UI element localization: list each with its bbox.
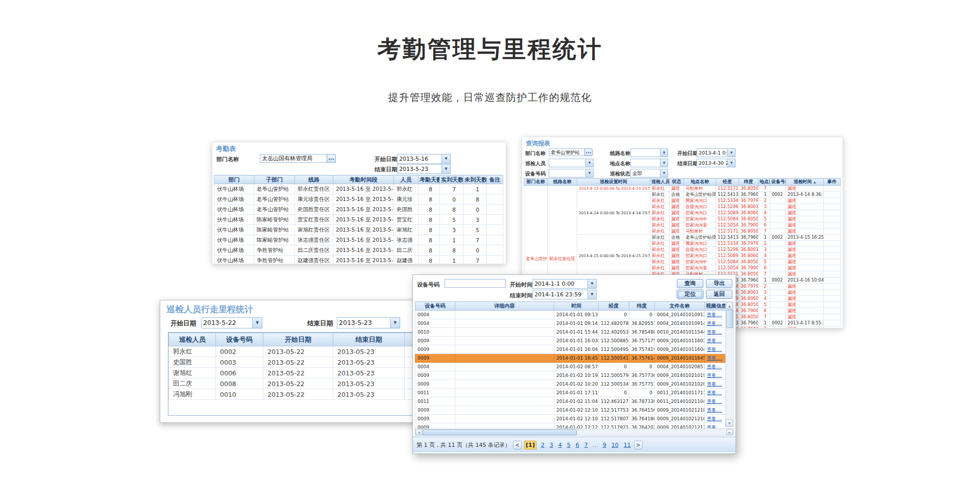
view-link[interactable]: 查看.... — [707, 356, 722, 361]
mileage-row[interactable]: 史国胜00032013-05-222013-05-23 — [169, 357, 434, 368]
attendance-row[interactable]: 伏牛山林场陈家峪管护站张志强责任区2013-5-16 至 2013-5-23张志… — [214, 235, 503, 245]
attendance-column-header[interactable]: 实到天数 — [440, 175, 463, 184]
device-row[interactable]: 00092014-01-01 16:45:12112.500541687036.… — [415, 354, 726, 363]
page-link[interactable]: 4 — [558, 442, 562, 448]
device-row[interactable]: 00092014-01-01 16:04:13112.500495910636.… — [415, 345, 726, 354]
report-column-header[interactable]: 地点名称 — [684, 179, 716, 186]
device-column-header[interactable]: 时间 — [554, 302, 599, 311]
report-end-combo[interactable]: 2013-4-30 23:59 ▼ — [697, 159, 736, 167]
device-row[interactable]: 00092014-01-02 10:19:59112.500579833936.… — [415, 371, 726, 380]
locate-button[interactable]: 定位 — [677, 290, 703, 299]
report-column-header[interactable]: 巡检人员 — [650, 179, 670, 186]
report-column-header[interactable]: 巡检设置时间 — [577, 179, 650, 186]
horizontal-scroll-thumb[interactable] — [423, 429, 577, 436]
vertical-scroll-thumb[interactable] — [726, 310, 733, 328]
attendance-column-header[interactable]: 部门 — [214, 175, 254, 184]
dropdown-arrow-icon[interactable]: ▼ — [727, 149, 735, 157]
dropdown-arrow-icon[interactable]: ▼ — [587, 290, 596, 299]
dropdown-arrow-icon[interactable]: ▼ — [390, 318, 400, 328]
view-link[interactable]: 查看.... — [707, 364, 722, 369]
report-column-header[interactable]: 事件 — [824, 179, 841, 186]
page-link[interactable]: 6 — [575, 442, 580, 448]
mileage-column-header[interactable]: 结束日期 — [333, 333, 405, 346]
mileage-row[interactable]: 田二庆00082013-05-222013-05-23 — [169, 378, 434, 389]
dropdown-arrow-icon[interactable]: ▼ — [660, 169, 668, 177]
device-column-header[interactable]: 经度 — [599, 302, 629, 311]
view-link[interactable]: 查看.... — [707, 390, 722, 395]
device-column-header[interactable]: 视频信息 — [705, 302, 726, 311]
attendance-row[interactable]: 伏牛山林场陈家峪管护站贾宝红责任区2013-5-16 至 2013-5-23贾宝… — [214, 215, 503, 225]
report-route-combo[interactable]: ▼ — [630, 148, 668, 157]
mileage-column-header[interactable]: 设备号码 — [216, 333, 263, 346]
device-column-header[interactable]: 纬度 — [629, 302, 655, 311]
device-row[interactable]: 00092014-01-02 12:10:31112.517753601036.… — [415, 406, 726, 415]
report-column-header[interactable]: 纬度 — [739, 179, 758, 186]
attendance-column-header[interactable]: 未到天数 — [463, 175, 487, 184]
dropdown-arrow-icon[interactable]: ▼ — [727, 159, 735, 167]
page-link[interactable]: 10 — [611, 442, 619, 448]
vertical-scrollbar[interactable]: ▲ ▼ — [725, 301, 733, 427]
dept-name-input[interactable]: 太岳山国有林管理局 — [260, 154, 328, 163]
mileage-start-combo[interactable]: 2013-5-22 ▼ — [201, 317, 262, 328]
page-link[interactable]: 11 — [623, 442, 631, 448]
page-link[interactable]: 2 — [541, 442, 545, 448]
report-column-header[interactable]: 设备号码 — [770, 179, 786, 186]
page-link[interactable]: 3 — [549, 442, 554, 448]
device-row[interactable]: 00042014-01-02 08:57:33000004_2014010208… — [415, 363, 726, 371]
dropdown-arrow-icon[interactable]: ▼ — [660, 159, 668, 167]
page-current[interactable]: [1] — [524, 441, 536, 449]
report-column-header[interactable]: 部门名称 — [524, 179, 548, 186]
report-place-combo[interactable]: ▼ — [630, 159, 668, 167]
scroll-up-icon[interactable]: ▲ — [726, 302, 733, 309]
attendance-column-header[interactable]: 人员 — [394, 175, 419, 184]
back-button[interactable]: 返回 — [706, 290, 732, 299]
dropdown-arrow-icon[interactable]: ▼ — [660, 149, 668, 157]
attendance-row[interactable]: 伏牛山林场老爷山管护站郭永红责任区2013-5-16 至 2013-5-23郭永… — [214, 184, 503, 194]
report-column-header[interactable]: 线路名称 — [548, 179, 577, 186]
dropdown-arrow-icon[interactable]: ▼ — [585, 159, 593, 167]
device-row[interactable]: 00092014-01-02 10:20:31112.500534057636.… — [415, 380, 726, 389]
attendance-column-header[interactable]: 考勤天数 — [419, 175, 440, 184]
dropdown-arrow-icon[interactable]: ▼ — [442, 155, 450, 163]
attendance-row[interactable]: 伏牛山林场老爷山管护站康元珍责任区2013-5-16 至 2013-5-23康元… — [214, 194, 503, 205]
device-row[interactable]: 00112014-01-01 17:11:55000011_2014010117… — [415, 389, 726, 397]
report-row[interactable]: 老爷山管护站郭永红责任区2013-4-13 0:00:00 To 2013-4-… — [524, 186, 841, 192]
mileage-column-header[interactable]: 巡检人员 — [169, 333, 216, 346]
mileage-row[interactable]: 冯旭刚00102013-05-222013-05-23 — [169, 389, 434, 400]
start-date-combo[interactable]: 2013-5-16 ▼ — [397, 154, 451, 164]
device-end-combo[interactable]: 2014-1-16 23:59 ▼ — [532, 290, 597, 299]
mileage-end-combo[interactable]: 2013-5-23 ▼ — [337, 317, 400, 328]
view-link[interactable]: 查看.... — [707, 321, 722, 326]
page-next-button[interactable]: > — [634, 441, 643, 449]
device-start-combo[interactable]: 2014-1-1 0:00 ▼ — [532, 279, 597, 289]
mileage-row[interactable]: 郭永红00022013-05-222013-05-23 — [169, 346, 434, 357]
device-column-header[interactable]: 设备号码 — [415, 302, 455, 311]
scroll-right-icon[interactable]: ► — [726, 429, 733, 435]
report-status-combo[interactable]: 全部 ▼ — [630, 169, 668, 178]
page-link[interactable]: 5 — [567, 442, 571, 448]
device-column-header[interactable]: 详细内容 — [455, 302, 554, 311]
view-link[interactable]: 查看.... — [707, 408, 722, 413]
dropdown-arrow-icon[interactable]: ▼ — [585, 169, 593, 177]
device-row[interactable]: 00042014-01-01 09:13:26000004_2014010109… — [415, 311, 726, 319]
device-row[interactable]: 00092014-01-02 12:10:55112.517807006836.… — [415, 415, 726, 423]
scroll-left-icon[interactable]: ◄ — [415, 429, 422, 435]
page-link[interactable]: 7 — [584, 442, 589, 448]
export-button[interactable]: 导出 — [706, 279, 732, 288]
report-dept-browse-button[interactable]: ... — [584, 148, 593, 156]
mileage-row[interactable]: 谢旭红00062013-05-222013-05-23 — [169, 368, 434, 378]
attendance-row[interactable]: 伏牛山林场陈家峪管护站谢旭红责任区2013-5-16 至 2013-5-23谢旭… — [214, 225, 503, 235]
attendance-row[interactable]: 伏牛山林场争胜管护站赵建强责任区2013-5-16 至 2013-5-23赵建强… — [214, 256, 503, 265]
dropdown-arrow-icon[interactable]: ▼ — [252, 318, 262, 328]
dropdown-arrow-icon[interactable]: ▼ — [587, 280, 596, 288]
query-button[interactable]: 查询 — [677, 279, 703, 288]
device-row[interactable]: 00042014-01-01 09:14:15112.482078552236.… — [415, 319, 726, 328]
attendance-row[interactable]: 伏牛山林场老爷山管护站史国胜责任区2013-5-16 至 2013-5-23史国… — [214, 205, 503, 215]
view-link[interactable]: 查看.... — [707, 347, 722, 352]
report-person-combo[interactable]: ▼ — [549, 159, 594, 167]
attendance-row[interactable]: 伏牛山林场争胜管护站田二庆责任区2013-5-16 至 2013-5-23田二庆… — [214, 245, 503, 256]
attendance-column-header[interactable]: 线路 — [295, 175, 333, 184]
device-row[interactable]: 00102014-01-01 15:44:28112.402053833036.… — [415, 328, 726, 337]
report-column-header[interactable]: 经度 — [716, 179, 739, 186]
report-column-header[interactable]: 状态 — [670, 179, 684, 186]
